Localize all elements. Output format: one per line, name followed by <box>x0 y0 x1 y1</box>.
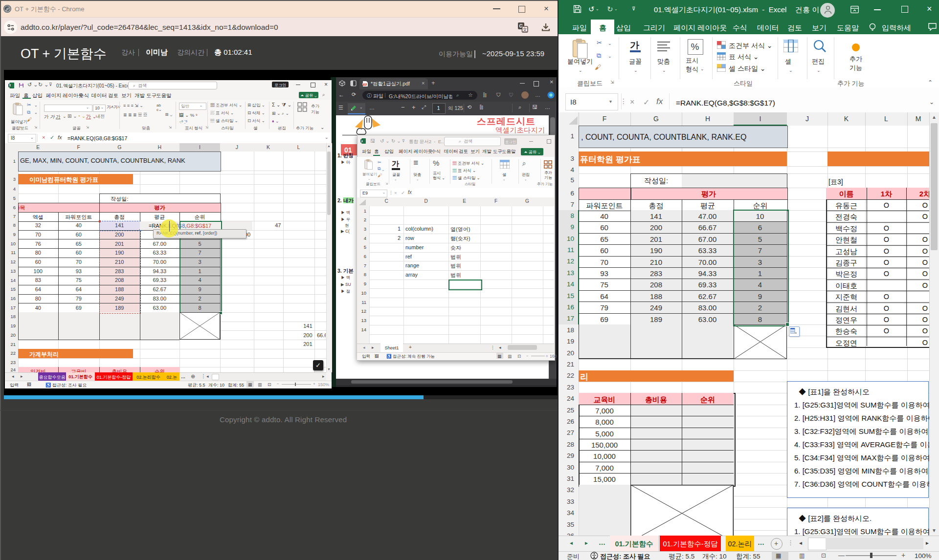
svg-text:X: X <box>9 84 11 87</box>
svg-text:PDF: PDF <box>362 83 367 86</box>
svg-text:文: 文 <box>523 27 527 32</box>
svg-text:X: X <box>361 140 363 143</box>
svg-text:+: + <box>795 331 797 334</box>
